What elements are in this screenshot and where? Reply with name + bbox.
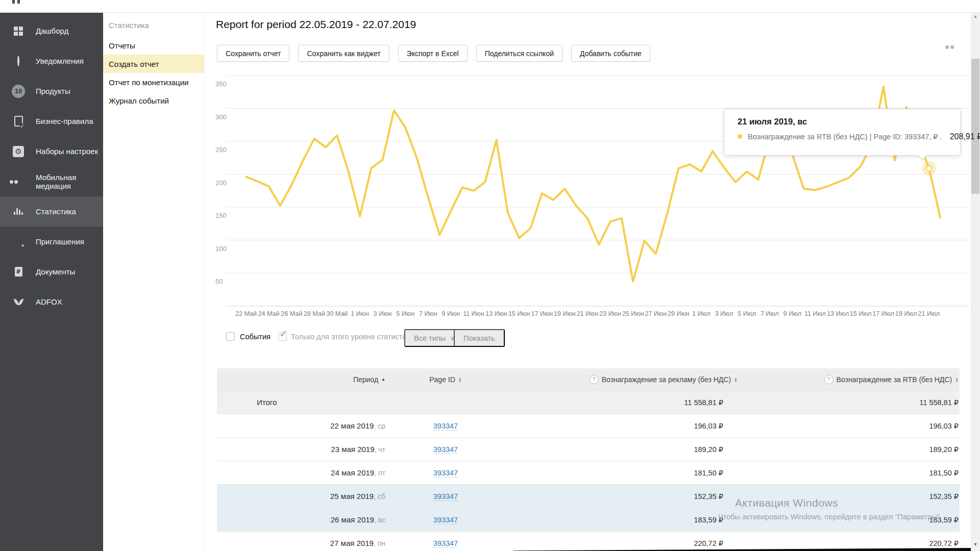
scrollbar-down-arrow[interactable]: ▼ — [971, 542, 980, 547]
events-label: События — [240, 333, 271, 341]
row-weekday: , ср — [374, 422, 385, 430]
rtb-revenue-line-chart[interactable]: 3503002502001501005022 Май24 Май26 Май28… — [204, 66, 970, 321]
submenu-title: Статистика — [109, 21, 149, 30]
x-axis-label: 1 Июн — [351, 310, 369, 317]
col-ad-reward-header[interactable]: ?Вознаграждение за рекламу (без НДС)▲▼ — [503, 374, 738, 384]
add-event-button[interactable]: Добавить событие — [571, 45, 650, 62]
x-axis-label: 26 Май — [281, 310, 302, 317]
sort-icon: ▲▼ — [955, 377, 959, 382]
x-axis-label: 21 Июн — [577, 310, 599, 317]
x-axis-label: 29 Июн — [668, 310, 690, 317]
sidebar-item-documents[interactable]: ₽ Документы — [0, 257, 103, 287]
chart-tooltip: 21 июля 2019, вс Вознаграждение за RTB (… — [724, 109, 961, 156]
x-axis-label: 3 Июн — [374, 310, 392, 317]
submenu-item-reports[interactable]: Отчеты — [103, 36, 204, 55]
sidebar-collapse-button[interactable]: ‹ Свернуть — [0, 546, 103, 551]
show-button[interactable]: Показать — [454, 329, 505, 347]
help-icon[interactable]: ? — [590, 375, 599, 384]
x-axis-label: 21 Июл — [918, 310, 940, 317]
col-rtb-reward-header[interactable]: ?Вознаграждение за RTB (без НДС)▲▼ — [738, 374, 960, 384]
page-id-link[interactable]: 393347 — [433, 539, 458, 548]
save-as-widget-button[interactable]: Сохранить как виджет — [298, 45, 389, 62]
events-checkbox-group: События — [226, 332, 271, 341]
products-badge-icon: 10 — [12, 85, 25, 98]
export-excel-button[interactable]: Экспорт в Excel — [398, 45, 468, 62]
help-icon[interactable]: ? — [824, 375, 834, 384]
page-id-link[interactable]: 393347 — [433, 445, 458, 454]
x-axis-label: 15 Июн — [508, 310, 530, 317]
share-link-button[interactable]: Поделиться ссылкой — [476, 45, 562, 62]
events-checkbox[interactable] — [226, 332, 235, 341]
sidebar-item-business-rules[interactable]: ✓ Бизнес-правила — [0, 106, 103, 136]
save-report-button[interactable]: Сохранить отчет — [217, 45, 289, 62]
windows-activation-watermark-note: Чтобы активировать Windows, перейдите в … — [718, 513, 942, 521]
series-dot-icon — [738, 134, 742, 139]
row-date: 23 мая 2019 — [331, 445, 374, 454]
sidebar-item-dashboard[interactable]: Дашборд — [0, 16, 103, 46]
tooltip-series-label: Вознаграждение за RTB (без НДС) | Page I… — [748, 133, 942, 141]
page-id-link[interactable]: 393347 — [433, 516, 458, 524]
x-axis-label: 13 Июн — [485, 310, 507, 317]
page-id-link[interactable]: 393347 — [433, 422, 458, 431]
scope-checkbox[interactable]: ✓ — [278, 332, 287, 341]
tooltip-date: 21 июля 2019, вс — [738, 117, 960, 127]
table-row: 23 мая 2019, чт 393347 189,20 ₽ 189,20 ₽ — [217, 437, 960, 461]
submenu-item-event-log[interactable]: Журнал событий — [103, 91, 204, 110]
x-axis-label: 30 Май — [326, 310, 348, 317]
page-id-link[interactable]: 393347 — [433, 492, 458, 501]
event-types-label: Все типы — [414, 334, 446, 342]
x-axis-label: 24 Май — [258, 310, 280, 317]
row-date: 24 мая 2019 — [331, 468, 374, 477]
scrollbar-up-arrow[interactable]: ▲ — [971, 14, 980, 19]
x-axis-label: 27 Июн — [645, 310, 667, 317]
col-label: Вознаграждение за RTB (без НДС) — [837, 375, 952, 384]
submenu-item-label: Создать отчет — [109, 60, 159, 68]
sidebar-item-products[interactable]: 10 Продукты — [0, 76, 103, 106]
sort-icon: ▲▼ — [458, 377, 462, 382]
y-axis-label: 150 — [215, 212, 227, 219]
sidebar-item-invitations[interactable]: + Приглашения — [0, 227, 103, 257]
x-axis-label: 9 Июн — [442, 310, 460, 317]
row-ad-value: 183,59 ₽ — [503, 516, 738, 524]
submenu-item-label: Отчет по монетизации — [109, 78, 188, 87]
submenu-item-label: Журнал событий — [109, 96, 169, 105]
col-period-header[interactable]: Период▲ — [217, 375, 388, 384]
sidebar: Дашборд Уведомления 10 Продукты ✓ Бизнес… — [0, 13, 103, 551]
scrollbar-thumb[interactable] — [971, 59, 979, 194]
row-weekday: , пт — [374, 469, 385, 477]
submenu-item-monetization-report[interactable]: Отчет по монетизации — [103, 73, 204, 91]
x-axis-label: 7 Июн — [419, 310, 437, 317]
sidebar-item-notifications[interactable]: Уведомления — [0, 46, 103, 76]
sidebar-item-mobile-mediation[interactable]: Мобильная медиация — [0, 166, 103, 196]
row-rtb-value: 220,72 ₽ — [738, 539, 960, 547]
x-axis-label: 17 Июл — [872, 310, 894, 317]
dashboard-icon — [12, 24, 25, 38]
scope-label: Только для этого уровня статистики — [291, 333, 414, 341]
row-weekday: , чт — [375, 445, 386, 454]
sidebar-item-label: Бизнес-правила — [36, 117, 93, 126]
col-pageid-header[interactable]: Page ID▲▼ — [388, 375, 503, 384]
document-check-icon: ✓ — [12, 115, 25, 128]
x-axis-label: 23 Июн — [599, 310, 621, 317]
col-label: Период — [353, 375, 378, 384]
submenu-item-label: Отчеты — [109, 41, 135, 50]
page-title: Report for period 22.05.2019 - 22.07.201… — [216, 18, 416, 31]
top-strip — [0, 0, 980, 13]
chart-svg[interactable]: 3503002502001501005022 Май24 Май26 Май28… — [204, 66, 970, 321]
total-ad-value: 11 558,81 ₽ — [503, 398, 738, 407]
badge-count: 10 — [12, 85, 25, 98]
row-date: 25 мая 2019 — [330, 492, 374, 500]
x-axis-label: 11 Июл — [804, 310, 826, 317]
sidebar-item-adfox[interactable]: ADFOX — [0, 287, 103, 317]
page-id-link[interactable]: 393347 — [433, 469, 458, 478]
y-axis-label: 350 — [215, 80, 227, 88]
submenu-item-create-report[interactable]: Создать отчет — [103, 55, 204, 73]
y-axis-label: 300 — [215, 113, 227, 121]
sidebar-item-statistics[interactable]: Статистика — [0, 196, 103, 227]
row-date: 26 мая 2019 — [331, 515, 374, 524]
row-weekday: , вс — [374, 516, 385, 524]
x-axis-label: 5 Июн — [396, 310, 414, 317]
row-ad-value: 189,20 ₽ — [503, 445, 738, 454]
sidebar-item-settings-sets[interactable]: ⚙ Наборы настроек — [0, 136, 103, 166]
sidebar-item-label: Продукты — [36, 87, 70, 95]
